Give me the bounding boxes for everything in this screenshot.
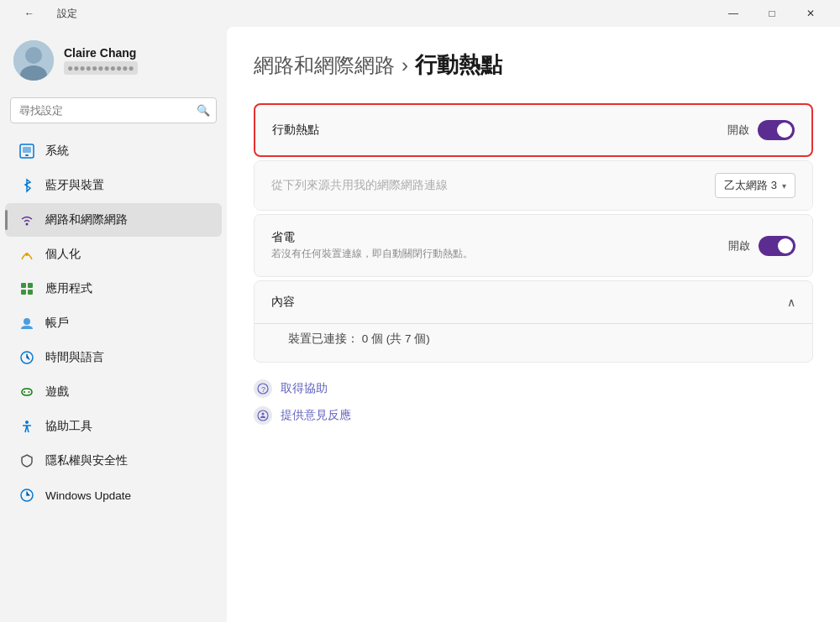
content-section-title: 內容 (271, 295, 295, 310)
toggle-thumb (777, 123, 792, 138)
svg-rect-9 (28, 283, 33, 288)
sidebar-item-system[interactable]: 系統 (5, 134, 222, 168)
privacy-label: 隱私權與安全性 (45, 453, 128, 468)
accessibility-label: 協助工具 (45, 419, 92, 434)
network-label: 網路和網際網路 (45, 212, 128, 227)
titlebar: ← 設定 — □ ✕ (0, 0, 840, 27)
personalize-icon (18, 246, 35, 263)
chevron-up-icon: ∧ (787, 295, 795, 309)
hotspot-controls: 開啟 (727, 120, 795, 140)
breadcrumb-separator: › (402, 54, 408, 77)
devices-value: 0 個 (共 7 個) (362, 332, 430, 345)
powersave-info: 省電 若沒有任何裝置連線，即自動關閉行動熱點。 (271, 230, 473, 261)
search-input[interactable] (10, 97, 217, 123)
svg-rect-10 (21, 290, 26, 295)
gaming-label: 遊戲 (45, 384, 69, 400)
share-card: 從下列來源共用我的網際網路連線 乙太網路 3 ▾ (254, 160, 813, 211)
content-section: 內容 ∧ 裝置已連接： 0 個 (共 7 個) (254, 280, 813, 363)
hotspot-card: 行動熱點 開啟 (254, 103, 813, 157)
sidebar-item-update[interactable]: Windows Update (5, 478, 222, 512)
share-value: 乙太網路 3 (724, 178, 777, 193)
minimize-button[interactable]: — (714, 0, 753, 27)
personalize-label: 個人化 (45, 247, 81, 262)
hotspot-toggle[interactable] (758, 120, 795, 140)
svg-point-17 (25, 421, 29, 424)
user-email: ●●●●●●●●●●● (64, 61, 138, 75)
devices-label: 裝置已連接： (288, 332, 359, 345)
app-body: Claire Chang ●●●●●●●●●●● 🔍 系統 藍牙與裝置 (0, 27, 840, 622)
accounts-label: 帳戶 (45, 316, 69, 331)
titlebar-title: 設定 (57, 7, 77, 21)
sidebar-item-personalize[interactable]: 個人化 (5, 238, 222, 271)
hotspot-label: 行動熱點 (272, 123, 319, 138)
nav-list: 系統 藍牙與裝置 網路和網際網路 (0, 133, 227, 513)
apps-label: 應用程式 (45, 281, 92, 296)
back-button[interactable]: ← (10, 0, 49, 27)
bluetooth-label: 藍牙與裝置 (45, 178, 104, 193)
apps-icon (18, 280, 35, 297)
time-label: 時間與語言 (45, 350, 104, 365)
share-dropdown[interactable]: 乙太網路 3 ▾ (715, 173, 795, 198)
sidebar-item-time[interactable]: 時間與語言 (5, 341, 222, 374)
svg-point-21 (258, 410, 268, 421)
svg-point-22 (262, 413, 265, 416)
svg-point-1 (25, 47, 42, 64)
help-link-item[interactable]: ? 取得協助 (254, 379, 813, 398)
svg-rect-8 (21, 283, 26, 288)
powersave-card: 省電 若沒有任何裝置連線，即自動關閉行動熱點。 開啟 (254, 214, 813, 277)
update-icon (18, 487, 35, 504)
feedback-icon (254, 406, 272, 425)
user-name: Claire Chang (64, 46, 138, 60)
sidebar-item-accounts[interactable]: 帳戶 (5, 306, 222, 340)
network-icon (18, 212, 35, 228)
breadcrumb: 網路和網際網路 (254, 52, 395, 79)
powersave-status: 開啟 (728, 238, 750, 254)
avatar (13, 40, 54, 81)
update-label: Windows Update (45, 489, 131, 502)
sidebar-item-gaming[interactable]: 遊戲 (5, 375, 222, 409)
privacy-icon (18, 452, 35, 469)
feedback-link-text: 提供意見反應 (281, 408, 351, 423)
time-icon (18, 349, 35, 366)
sidebar-item-network[interactable]: 網路和網際網路 (5, 203, 222, 237)
hotspot-status: 開啟 (727, 123, 749, 138)
content-area: 網路和網際網路 › 行動熱點 行動熱點 開啟 從下列來源共用我的網際網路連線 (227, 27, 840, 622)
svg-point-6 (26, 223, 29, 226)
svg-rect-11 (28, 290, 33, 295)
help-link-text: 取得協助 (281, 381, 328, 396)
svg-point-16 (29, 391, 30, 393)
sidebar-item-privacy[interactable]: 隱私權與安全性 (5, 444, 222, 478)
feedback-link-item[interactable]: 提供意見反應 (254, 406, 813, 425)
page-title: 行動熱點 (415, 50, 502, 80)
search-box: 🔍 (10, 97, 217, 123)
devices-text: 裝置已連接： 0 個 (共 7 個) (288, 332, 430, 345)
share-row: 從下列來源共用我的網際網路連線 乙太網路 3 ▾ (255, 161, 812, 210)
powersave-title: 省電 (271, 230, 473, 245)
sidebar-item-accessibility[interactable]: 協助工具 (5, 410, 222, 443)
help-icon: ? (254, 379, 272, 398)
titlebar-left: ← 設定 (10, 0, 77, 27)
sidebar-item-apps[interactable]: 應用程式 (5, 272, 222, 306)
close-button[interactable]: ✕ (791, 0, 830, 27)
powersave-desc: 若沒有任何裝置連線，即自動關閉行動熱點。 (271, 247, 473, 261)
svg-text:?: ? (261, 385, 265, 394)
powersave-toggle[interactable] (759, 236, 795, 256)
links-section: ? 取得協助 提供意見反應 (254, 379, 813, 425)
powersave-row: 省電 若沒有任何裝置連線，即自動關閉行動熱點。 開啟 (255, 215, 812, 276)
maximize-button[interactable]: □ (753, 0, 791, 27)
hotspot-row: 行動熱點 開啟 (255, 105, 811, 155)
chevron-down-icon: ▾ (782, 181, 786, 191)
svg-point-7 (25, 253, 29, 256)
powersave-controls: 開啟 (728, 236, 795, 256)
accounts-icon (18, 315, 35, 332)
share-label: 從下列來源共用我的網際網路連線 (271, 178, 448, 193)
user-info: Claire Chang ●●●●●●●●●●● (64, 46, 138, 75)
gaming-icon (18, 384, 35, 400)
accessibility-icon (18, 418, 35, 435)
bluetooth-icon (18, 177, 35, 194)
user-section: Claire Chang ●●●●●●●●●●● (0, 27, 227, 94)
sidebar-item-bluetooth[interactable]: 藍牙與裝置 (5, 169, 222, 202)
svg-point-12 (24, 318, 30, 325)
system-label: 系統 (45, 144, 69, 159)
content-section-header[interactable]: 內容 ∧ (255, 281, 812, 323)
